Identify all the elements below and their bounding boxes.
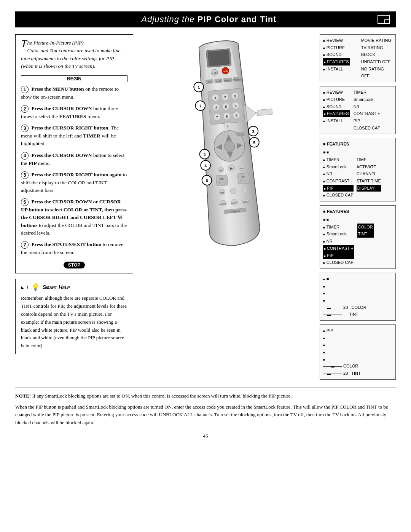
notes-section: NOTE: If any SmartLock blocking options … bbox=[15, 387, 396, 427]
remote-control: SLEEP PWR TV VCR CABLE STEREO bbox=[173, 34, 280, 255]
menu2-s2: TIMER bbox=[354, 89, 381, 96]
step-3-text: Press the CURSOR RIGHT button. bbox=[31, 125, 109, 131]
note-2: When the PIP button is pushed and SmartL… bbox=[15, 403, 396, 427]
menu-box-6: PIP ——▬—— COLOR —▬——— 28 TINT bbox=[320, 324, 396, 380]
menu1-r6: NO RATING OFF bbox=[361, 66, 392, 80]
menu5-r2 bbox=[323, 283, 392, 290]
svg-text:4: 4 bbox=[215, 105, 217, 109]
step-3: 3 Press the CURSOR RIGHT button. The men… bbox=[21, 124, 127, 147]
svg-text:PWR: PWR bbox=[223, 70, 228, 73]
menu4-r3: NR bbox=[323, 238, 354, 245]
svg-text:4: 4 bbox=[204, 163, 207, 168]
menu3-r5: ■PIP bbox=[323, 185, 354, 192]
menu-box-5: ■ —▬——— 28 COLOR —▬——— TINT bbox=[320, 273, 396, 321]
svg-text:5: 5 bbox=[225, 105, 227, 109]
svg-text:8: 8 bbox=[226, 115, 228, 118]
menu1-r1: MOVIE RATING bbox=[361, 37, 392, 44]
svg-text:2: 2 bbox=[224, 95, 226, 99]
step-7-text: Press the STATUS/EXIT button bbox=[31, 241, 101, 247]
menu5-r4 bbox=[323, 297, 392, 304]
menu6-r5 bbox=[323, 356, 392, 363]
menu1-row3: SOUND bbox=[323, 51, 350, 58]
menu5-r6: —▬——— TINT bbox=[323, 311, 392, 318]
svg-text:7: 7 bbox=[199, 104, 202, 108]
svg-text:TV: TV bbox=[208, 81, 211, 84]
menu3-s3: CHANNEL bbox=[357, 170, 381, 177]
step-2-num: 2 bbox=[21, 105, 29, 113]
svg-text:6: 6 bbox=[234, 104, 237, 108]
pip-icon bbox=[378, 15, 390, 24]
menu3-r4: CONTRAST + bbox=[323, 177, 354, 185]
menu5-r1: ■ bbox=[323, 275, 392, 283]
svg-text:VOL: VOL bbox=[220, 177, 225, 180]
step-2-text: Press the CURSOR DOWN bbox=[31, 105, 92, 111]
menu1-row4: ■FEATURES bbox=[323, 58, 350, 66]
step-6: 6 Press the CURSOR DOWN or CURSOR UP but… bbox=[21, 198, 127, 237]
menu5-r5: —▬——— 28 COLOR bbox=[323, 304, 392, 311]
menu-box-1: REVIEW PICTURE SOUND ■FEATURES INSTALL M… bbox=[320, 34, 396, 82]
page-title: Adjusting the PIP Color and Tint bbox=[40, 14, 378, 24]
svg-text:3: 3 bbox=[252, 129, 255, 134]
main-layout: The Picture-In-Picture (PIP)Color and Ti… bbox=[15, 34, 396, 380]
svg-text:6: 6 bbox=[206, 178, 208, 183]
svg-text:⏭: ⏭ bbox=[240, 166, 244, 170]
menu1-r5: BLOCK UNRATED OFF bbox=[361, 51, 392, 65]
menu2-r5: INSTALL bbox=[323, 117, 350, 125]
menu6-r3 bbox=[323, 341, 392, 348]
svg-text:SLIM: SLIM bbox=[238, 133, 244, 136]
right-panel: REVIEW PICTURE SOUND ■FEATURES INSTALL M… bbox=[320, 34, 396, 380]
menu2-s7: CLOSED CAP bbox=[354, 125, 381, 132]
drop-cap: T bbox=[21, 39, 27, 48]
step-4: 4 Press the CURSOR DOWN button to select… bbox=[21, 152, 127, 167]
svg-text:1: 1 bbox=[198, 85, 200, 89]
menu-box-4: ■ FEATURES ■ ■ TIMER SmartLock NR ■CONTR… bbox=[320, 205, 396, 269]
step-5-text: Press the CURSOR RIGHT button again bbox=[31, 172, 121, 177]
menu4-title: ■ FEATURES bbox=[323, 208, 392, 215]
menu6-r1: PIP bbox=[323, 327, 392, 334]
svg-text:9: 9 bbox=[236, 113, 238, 117]
left-panel: The Picture-In-Picture (PIP)Color and Ti… bbox=[15, 34, 133, 354]
menu3-s2: ACTIVATE bbox=[357, 163, 381, 171]
svg-text:5: 5 bbox=[253, 140, 256, 145]
step-3-num: 3 bbox=[21, 125, 29, 132]
svg-text:7: 7 bbox=[216, 115, 218, 119]
step-5-num: 5 bbox=[21, 171, 29, 179]
menu4-r5: ■PIP bbox=[323, 252, 354, 259]
menu2-r3: SOUND bbox=[323, 103, 350, 110]
menu6-r4 bbox=[323, 348, 392, 356]
menu2-s5: CONTRAST + bbox=[354, 110, 381, 117]
svg-marker-84 bbox=[243, 101, 273, 124]
menu4-dots: ■ ■ bbox=[323, 216, 392, 223]
intro-body: he Picture-In-Picture (PIP)Color and Tin… bbox=[21, 40, 121, 69]
svg-text:0: 0 bbox=[226, 124, 229, 128]
menu6-r6: ——▬—— COLOR bbox=[323, 363, 392, 370]
center-panel: SLEEP PWR TV VCR CABLE STEREO bbox=[139, 34, 314, 270]
svg-rect-54 bbox=[237, 173, 250, 184]
step-7: 7 Press the STATUS/EXIT button to remove… bbox=[21, 241, 127, 256]
smart-help-text: Remember, although there are separate CO… bbox=[21, 294, 127, 350]
step-7-num: 7 bbox=[21, 241, 29, 249]
menu2-s4: NR bbox=[354, 103, 381, 110]
menu4-s5: TINT bbox=[357, 230, 374, 238]
step-1-num: 1 bbox=[21, 86, 29, 93]
menu-box-2: REVIEW PICTURE SOUND ■FEATURES INSTALL T… bbox=[320, 86, 396, 134]
menu4-r1: TIMER bbox=[323, 224, 354, 231]
menu5-r3 bbox=[323, 289, 392, 297]
smart-help-icon2: / bbox=[27, 285, 28, 289]
svg-text:3: 3 bbox=[234, 94, 236, 98]
svg-text:2: 2 bbox=[203, 152, 206, 157]
menu2-s6: PIP bbox=[354, 117, 381, 125]
step-1: 1 Press the MENU button on the remote to… bbox=[21, 85, 127, 101]
stop-label: STOP bbox=[64, 262, 85, 268]
menu2-r4: ■FEATURES bbox=[323, 110, 350, 117]
step-6-text: Press the CURSOR DOWN or CURSOR UP butto… bbox=[21, 199, 127, 228]
svg-text:▶: ▶ bbox=[230, 166, 233, 171]
menu4-r4: ■CONTRAST + bbox=[323, 245, 354, 252]
note-1: NOTE: If any SmartLock blocking options … bbox=[15, 392, 396, 400]
step-1-text: Press the MENU button bbox=[31, 86, 84, 92]
menu2-s3: SmartLock bbox=[354, 96, 381, 103]
step-4-num: 4 bbox=[21, 152, 29, 160]
svg-text:CH: CH bbox=[242, 176, 245, 179]
step-4-text: Press the CURSOR DOWN bbox=[31, 152, 92, 158]
begin-label: BEGIN bbox=[21, 75, 127, 82]
